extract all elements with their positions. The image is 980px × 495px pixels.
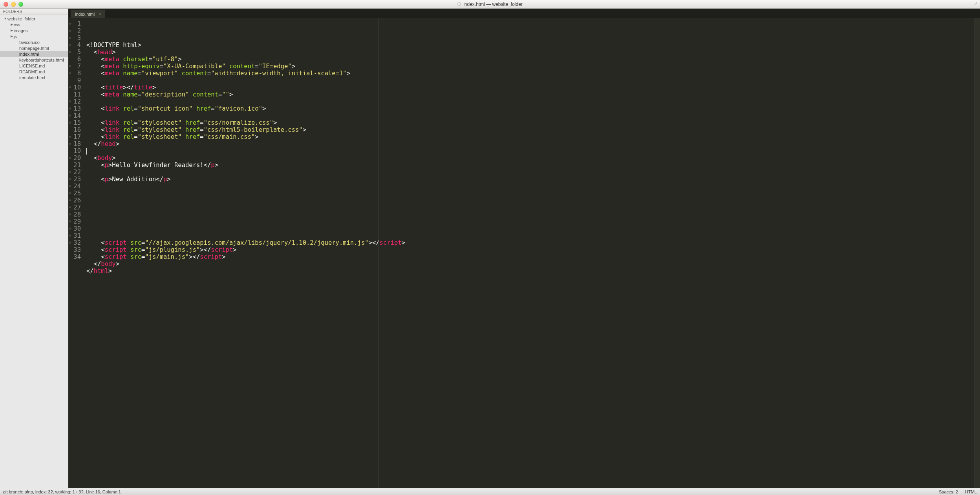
gutter-row[interactable]: 17 <box>68 133 81 140</box>
tree-item[interactable]: favicon.ico <box>0 39 68 45</box>
code-line[interactable] <box>86 275 975 282</box>
code-line[interactable]: <p>Hello Viewfinder Readers!</p> <box>86 162 975 169</box>
code-line[interactable]: </html> <box>86 268 975 275</box>
line-number: 20 <box>73 155 81 162</box>
code-line[interactable] <box>86 98 975 105</box>
tab-index-html[interactable]: index.html × <box>71 10 105 18</box>
gutter-row[interactable]: 24 <box>68 183 81 190</box>
gutter-row[interactable]: 7 <box>68 63 81 70</box>
code-line[interactable] <box>86 218 975 225</box>
gutter-row[interactable]: 34 <box>68 253 81 260</box>
code-line[interactable]: <link rel="stylesheet" href="css/main.cs… <box>86 133 975 140</box>
gutter-row[interactable]: 25 <box>68 190 81 197</box>
tree-item[interactable]: template.html <box>0 75 68 80</box>
gutter-row[interactable]: 20 <box>68 155 81 162</box>
code-line[interactable]: <!DOCTYPE html> <box>86 42 975 49</box>
code-line[interactable] <box>86 211 975 218</box>
code-line[interactable]: <title></title> <box>86 84 975 91</box>
gutter-row[interactable]: 8 <box>68 70 81 77</box>
gutter-row[interactable]: 33 <box>68 246 81 253</box>
code-line[interactable] <box>86 197 975 204</box>
gutter-row[interactable]: 30 <box>68 225 81 232</box>
gutter-row[interactable]: 29 <box>68 218 81 225</box>
code-line[interactable]: <head> <box>86 49 975 56</box>
tree-item[interactable]: ▶css <box>0 22 68 27</box>
gutter-row[interactable]: 3 <box>68 35 81 42</box>
code-line[interactable]: <link rel="stylesheet" href="css/normali… <box>86 119 975 126</box>
gutter-row[interactable]: 32 <box>68 239 81 246</box>
code-area[interactable]: 1234567891011121314151617181920212223242… <box>68 18 980 488</box>
gutter-row[interactable]: 23 <box>68 176 81 183</box>
minimize-window-button[interactable] <box>11 2 16 7</box>
gutter-row[interactable]: 10 <box>68 84 81 91</box>
gutter-row[interactable]: 22 <box>68 169 81 176</box>
tree-item[interactable]: homepage.html <box>0 45 68 51</box>
gutter-row[interactable]: 4 <box>68 42 81 49</box>
code-line[interactable] <box>86 169 975 176</box>
gutter-row[interactable]: 27 <box>68 204 81 211</box>
code-line[interactable]: <link rel="shortcut icon" href="favicon.… <box>86 105 975 112</box>
gutter-row[interactable]: 9 <box>68 77 81 84</box>
disclosure-right-icon[interactable]: ▶ <box>9 29 14 32</box>
tree-item[interactable]: LICENSE.md <box>0 63 68 69</box>
gutter-row[interactable]: 28 <box>68 211 81 218</box>
gutter-row[interactable]: 21 <box>68 162 81 169</box>
code-line[interactable]: <script src="js/plugins.js"></script> <box>86 246 975 253</box>
line-number: 5 <box>77 49 81 56</box>
gutter-row[interactable]: 5 <box>68 49 81 56</box>
expand-icon[interactable]: ⤢ <box>974 1 978 6</box>
code-line[interactable] <box>86 112 975 119</box>
gutter-row[interactable]: 26 <box>68 197 81 204</box>
code-line[interactable]: <script src="//ajax.googleapis.com/ajax/… <box>86 239 975 246</box>
gutter-row[interactable]: 13 <box>68 105 81 112</box>
tree-item[interactable]: ▶images <box>0 27 68 33</box>
gutter-row[interactable]: 18 <box>68 140 81 147</box>
code-line[interactable]: <meta http-equiv="X-UA-Compatible" conte… <box>86 63 975 70</box>
code-line[interactable] <box>86 183 975 190</box>
gutter-row[interactable]: 15 <box>68 119 81 126</box>
code-line[interactable] <box>86 77 975 84</box>
tab-close-icon[interactable]: × <box>99 12 101 16</box>
code-lines[interactable]: <!DOCTYPE html> <head> <meta charset="ut… <box>84 18 975 488</box>
minimap[interactable] <box>975 18 980 488</box>
tree-item[interactable]: README.md <box>0 69 68 75</box>
zoom-window-button[interactable] <box>18 2 23 7</box>
code-line[interactable] <box>86 147 975 155</box>
gutter-row[interactable]: 1 <box>68 20 81 27</box>
code-line[interactable]: <meta name="description" content=""> <box>86 91 975 98</box>
code-line[interactable] <box>86 232 975 239</box>
close-window-button[interactable] <box>4 2 8 7</box>
tree-item[interactable]: keyboardshortcuts.html <box>0 57 68 63</box>
gutter-row[interactable]: 11 <box>68 91 81 98</box>
code-line[interactable]: <meta charset="utf-8"> <box>86 56 975 63</box>
status-left[interactable]: git branch: pfnp, index: 3?, working: 1+… <box>3 490 121 494</box>
gutter-row[interactable]: 16 <box>68 126 81 133</box>
code-line[interactable]: <script src="js/main.js"></script> <box>86 253 975 260</box>
code-line[interactable]: <p>New Addition</p> <box>86 176 975 183</box>
gutter-row[interactable]: 2 <box>68 27 81 35</box>
code-line[interactable]: </body> <box>86 260 975 268</box>
code-line[interactable]: <link rel="stylesheet" href="css/html5-b… <box>86 126 975 133</box>
code-line[interactable]: <meta name="viewport" content="width=dev… <box>86 70 975 77</box>
gutter[interactable]: 1234567891011121314151617181920212223242… <box>68 18 84 488</box>
status-syntax[interactable]: HTML <box>965 490 977 494</box>
gutter-row[interactable]: 31 <box>68 232 81 239</box>
tree-item[interactable]: ▶js <box>0 33 68 39</box>
code-line[interactable] <box>86 225 975 232</box>
code-line[interactable] <box>86 190 975 197</box>
gutter-row[interactable]: 12 <box>68 98 81 105</box>
code-line[interactable] <box>86 204 975 211</box>
disclosure-down-icon[interactable]: ▼ <box>3 17 7 20</box>
tree-item[interactable]: index.html <box>0 51 68 57</box>
code-line[interactable]: <body> <box>86 155 975 162</box>
gutter-row[interactable]: 19 <box>68 147 81 155</box>
tree-item[interactable]: ▼website_folder <box>0 16 68 22</box>
code-line[interactable]: </head> <box>86 140 975 147</box>
gutter-row[interactable]: 6 <box>68 56 81 63</box>
tab-bar[interactable]: index.html × <box>68 9 980 18</box>
disclosure-right-icon[interactable]: ▶ <box>9 23 14 26</box>
status-indent[interactable]: Spaces: 2 <box>939 490 958 494</box>
gutter-row[interactable]: 14 <box>68 112 81 119</box>
disclosure-right-icon[interactable]: ▶ <box>9 35 14 38</box>
file-tree[interactable]: ▼website_folder▶css▶images▶jsfavicon.ico… <box>0 15 68 81</box>
